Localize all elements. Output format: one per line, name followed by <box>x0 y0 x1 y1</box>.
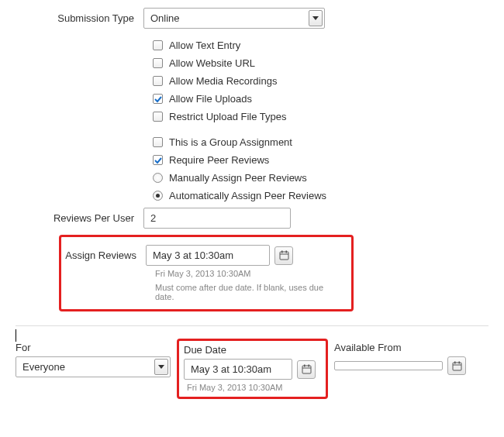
text-cursor <box>16 329 16 342</box>
assign-reviews-help: Must come after due date. If blank, uses… <box>155 283 342 301</box>
submission-type-label: Submission Type <box>16 12 143 24</box>
due-date-highlight: Due Date May 3 at 10:30am Fri May 3, 201… <box>177 339 328 399</box>
manually-assign-radio[interactable] <box>153 173 163 183</box>
reviews-per-user-input[interactable]: 2 <box>143 208 291 229</box>
submission-type-value: Online <box>144 9 324 28</box>
for-select[interactable]: Everyone <box>16 356 171 377</box>
assign-reviews-highlight: Assign Reviews May 3 at 10:30am Fri May … <box>59 235 354 311</box>
restrict-upload-types-checkbox[interactable] <box>153 112 163 122</box>
chevron-down-icon <box>154 359 168 375</box>
for-label: For <box>16 342 171 353</box>
svg-rect-11 <box>458 361 460 363</box>
calendar-icon <box>452 361 462 371</box>
group-assignment-checkbox[interactable] <box>153 137 163 147</box>
available-from-input[interactable] <box>334 361 443 370</box>
allow-text-entry-label: Allow Text Entry <box>169 40 240 51</box>
due-date-label: Due Date <box>184 344 321 356</box>
allow-website-url-checkbox[interactable] <box>153 58 163 68</box>
require-peer-reviews-label: Require Peer Reviews <box>169 154 269 166</box>
available-from-calendar-button[interactable] <box>447 356 466 375</box>
due-date-subtext: Fri May 3, 2013 10:30AM <box>187 383 321 392</box>
auto-assign-radio[interactable] <box>153 191 163 201</box>
auto-assign-label: Automatically Assign Peer Reviews <box>169 190 326 201</box>
group-assignment-label: This is a Group Assignment <box>169 136 292 148</box>
allow-website-url-label: Allow Website URL <box>169 57 255 69</box>
available-from-label: Available From <box>334 342 485 353</box>
assign-reviews-input[interactable]: May 3 at 10:30am <box>146 245 270 266</box>
due-date-input[interactable]: May 3 at 10:30am <box>184 359 292 380</box>
svg-rect-8 <box>453 363 461 370</box>
allow-media-recordings-label: Allow Media Recordings <box>169 75 277 87</box>
manually-assign-label: Manually Assign Peer Reviews <box>169 172 307 184</box>
svg-rect-4 <box>302 366 311 373</box>
require-peer-reviews-checkbox[interactable] <box>153 155 163 165</box>
svg-rect-3 <box>285 251 287 253</box>
svg-rect-7 <box>308 365 309 367</box>
allow-file-uploads-checkbox[interactable] <box>153 94 163 104</box>
allow-text-entry-checkbox[interactable] <box>153 40 163 50</box>
restrict-upload-types-label: Restrict Upload File Types <box>169 111 287 122</box>
svg-rect-0 <box>280 252 288 260</box>
allow-media-recordings-checkbox[interactable] <box>153 76 163 86</box>
allow-file-uploads-label: Allow File Uploads <box>169 93 252 105</box>
svg-rect-10 <box>454 361 456 363</box>
chevron-down-icon <box>309 10 323 26</box>
assign-reviews-subtext: Fri May 3, 2013 10:30AM <box>155 269 342 278</box>
reviews-per-user-label: Reviews Per User <box>16 212 143 224</box>
svg-rect-6 <box>304 365 306 367</box>
due-date-calendar-button[interactable] <box>297 360 316 379</box>
calendar-icon <box>302 364 312 374</box>
svg-rect-2 <box>281 251 283 253</box>
calendar-icon <box>279 250 289 260</box>
submission-type-select[interactable]: Online <box>143 8 325 29</box>
for-value: Everyone <box>16 357 170 377</box>
assign-reviews-label: Assign Reviews <box>61 249 146 261</box>
assign-reviews-calendar-button[interactable] <box>274 246 293 265</box>
section-divider <box>16 325 488 326</box>
